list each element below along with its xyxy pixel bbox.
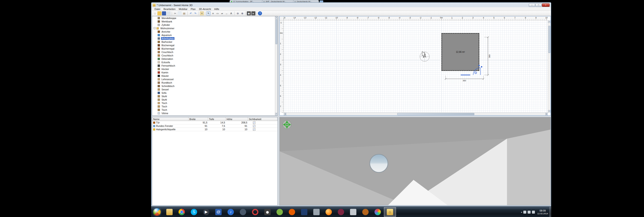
- undo-button[interactable]: ↶: [189, 11, 193, 15]
- print-plan-button[interactable]: [166, 11, 170, 15]
- catalog-item-vitrine[interactable]: Vitrine: [152, 111, 278, 115]
- scroll-left-icon[interactable]: ◀: [284, 113, 286, 115]
- new-plan-button[interactable]: □: [153, 11, 157, 15]
- taskbar-button-steam-app[interactable]: [237, 207, 249, 217]
- taskbar-button-firefox[interactable]: [322, 207, 335, 217]
- taskbar-button-maroon-app[interactable]: [335, 207, 347, 217]
- zoom-out-button[interactable]: ⊖: [236, 11, 240, 15]
- create-walls-tool-button[interactable]: ▭: [216, 11, 220, 15]
- taskbar-button-chrome[interactable]: [176, 207, 188, 217]
- taskbar-button-media-player[interactable]: ▶: [200, 207, 212, 217]
- cut-button[interactable]: ✂: [173, 11, 177, 15]
- show-desktop-button[interactable]: [550, 207, 551, 217]
- catalog-item-b-cherregal[interactable]: Bücherregal: [152, 43, 278, 47]
- dimension-bottom[interactable]: 360: [444, 76, 484, 82]
- dimension-right[interactable]: 360: [484, 36, 491, 76]
- catalog-item-zylinder[interactable]: Zylinder: [152, 23, 278, 26]
- menu-3d-ansicht[interactable]: 3D-Ansicht: [197, 7, 212, 11]
- taskbar-button-mail-app[interactable]: @: [212, 207, 224, 217]
- catalog-item-tisch[interactable]: Tisch: [152, 105, 278, 108]
- create-video-button[interactable]: ▸: [251, 11, 256, 15]
- furniture-row-rundes-fenster[interactable]: Rundes Fenster917,591✓: [152, 124, 278, 128]
- 3d-view-panel[interactable]: [280, 117, 551, 206]
- column-header-name[interactable]: Name: [152, 117, 188, 121]
- taskbar-button-camera-app[interactable]: [261, 207, 274, 217]
- tray-icon-3[interactable]: [532, 211, 535, 214]
- menu-hilfe[interactable]: Hilfe: [212, 7, 221, 11]
- start-button[interactable]: [153, 208, 161, 216]
- horizontal-splitter-right[interactable]: [280, 116, 551, 117]
- catalog-category-wohnzimmer[interactable]: −Wohnzimmer: [152, 26, 278, 30]
- taskbar-button-green-app[interactable]: [274, 207, 286, 217]
- catalog-item-dekoration[interactable]: Dekoration: [152, 57, 278, 60]
- visibility-checkbox[interactable]: ✓: [253, 121, 256, 124]
- add-text-tool-button[interactable]: A: [229, 11, 233, 15]
- horizontal-splitter-left[interactable]: [152, 116, 278, 117]
- taskbar-button-sweet-home-3d[interactable]: ⌂: [384, 207, 396, 217]
- help-button[interactable]: ?: [258, 11, 262, 15]
- redo-button[interactable]: ↷: [193, 11, 197, 15]
- catalog-item-lehnsessel[interactable]: Lehnsessel: [152, 77, 278, 81]
- catalog-item-stuhl[interactable]: Stuhl: [152, 94, 278, 98]
- tray-icon-1[interactable]: [523, 211, 526, 214]
- menu-plan[interactable]: Plan: [189, 7, 197, 11]
- close-button[interactable]: ×: [542, 3, 550, 7]
- column-header-breite[interactable]: Breite: [188, 117, 208, 121]
- column-header-tiefe[interactable]: Tiefe: [208, 117, 226, 121]
- catalog-item-werkbank[interactable]: Werkbank: [152, 20, 278, 23]
- taskbar-button-audio-app[interactable]: ♪: [224, 207, 237, 217]
- maximize-button[interactable]: □: [535, 3, 542, 7]
- column-header-sichtbarkeit[interactable]: Sichtbarkeit: [248, 117, 278, 121]
- visibility-checkbox[interactable]: ✓: [253, 125, 256, 127]
- catalog-item-couchtisch[interactable]: Couchtisch: [152, 54, 278, 57]
- furniture-row-halogenlichtquelle[interactable]: Halogenlichtquelle101010✓: [152, 128, 278, 131]
- scroll-down-icon[interactable]: ▼: [275, 113, 278, 115]
- catalog-item-fernsehtisch[interactable]: Fernsehtisch: [152, 64, 278, 67]
- open-plan-button[interactable]: [158, 11, 162, 15]
- catalog-item-klavier[interactable]: Klavier: [152, 74, 278, 77]
- plan-hscroll-thumb[interactable]: [397, 113, 474, 115]
- taskbar-button-utility-app[interactable]: [347, 207, 359, 217]
- taskbar-button-amber-app[interactable]: [359, 207, 372, 217]
- scroll-up-icon[interactable]: ▲: [548, 20, 550, 23]
- taskbar-button-explorer[interactable]: [163, 207, 176, 217]
- catalog-scrollbar-thumb[interactable]: [276, 19, 277, 44]
- taskbar-button-gray-app[interactable]: [310, 207, 322, 217]
- taskbar-button-orange-app[interactable]: [286, 207, 298, 217]
- catalog-item-barhocker[interactable]: Barhocker: [152, 40, 278, 43]
- catalog-item-rundtisch[interactable]: Rundtisch: [152, 81, 278, 84]
- catalog-item-b-cherregal[interactable]: Bücherregal: [152, 47, 278, 50]
- catalog-item-schreibtisch[interactable]: Schreibtisch: [152, 84, 278, 88]
- plan-horizontal-scrollbar[interactable]: ◀ ▶: [284, 113, 548, 115]
- paste-button[interactable]: ▤: [182, 11, 186, 15]
- plan-vscroll-thumb[interactable]: [548, 26, 550, 53]
- vertical-splitter[interactable]: [278, 16, 280, 206]
- scroll-down-icon[interactable]: ▼: [548, 110, 550, 113]
- catalog-item-stuhl[interactable]: Stuhl: [152, 98, 278, 101]
- catalog-item-tisch[interactable]: Tisch: [152, 108, 278, 111]
- catalog-item-hocker[interactable]: Hocker: [152, 67, 278, 71]
- tray-icon-2[interactable]: [528, 211, 530, 214]
- catalog-item-aquarium[interactable]: Aquarium: [152, 33, 278, 37]
- create-dimensions-tool-button[interactable]: ↔: [224, 11, 229, 15]
- visibility-checkbox[interactable]: ✓: [253, 128, 256, 131]
- taskbar-clock[interactable]: 08:09 12.02.2014: [537, 209, 548, 215]
- scroll-right-icon[interactable]: ▶: [545, 113, 548, 115]
- plan-canvas[interactable]: 12,66 m²: [284, 20, 548, 113]
- menu-datei[interactable]: Datei: [153, 7, 162, 11]
- selected-door[interactable]: [461, 65, 482, 75]
- collapse-handle-icon[interactable]: −: [154, 27, 156, 29]
- plan-vertical-scrollbar[interactable]: ▲ ▼: [548, 20, 550, 113]
- catalog-item-tisch[interactable]: Tisch: [152, 101, 278, 105]
- zoom-in-button[interactable]: ⊕: [240, 11, 244, 15]
- catalog-item-ecksofa[interactable]: Ecksofa: [152, 60, 278, 64]
- copy-button[interactable]: [178, 11, 182, 15]
- create-photo-button[interactable]: ◉: [247, 11, 251, 15]
- pan-tool-button[interactable]: ∗: [211, 11, 215, 15]
- menu-bearbeiten[interactable]: Bearbeiten: [162, 7, 177, 11]
- catalog-scrollbar[interactable]: ▲ ▼: [275, 16, 278, 115]
- add-furniture-button[interactable]: +: [200, 11, 204, 15]
- save-plan-button[interactable]: [162, 11, 166, 15]
- catalog-item-couchtisch[interactable]: Couchtisch: [152, 50, 278, 54]
- menu-mobiliar[interactable]: Mobiliar: [177, 7, 189, 11]
